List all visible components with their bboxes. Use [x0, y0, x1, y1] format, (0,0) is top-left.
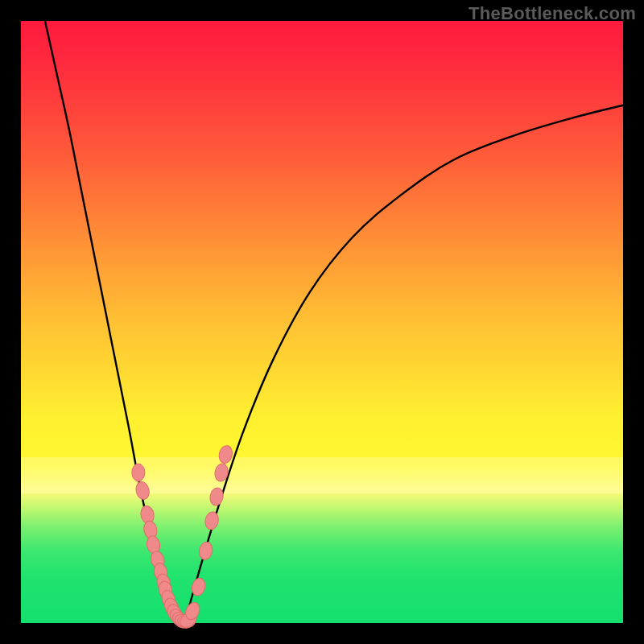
chart-svg [21, 21, 623, 623]
marker-point [208, 487, 225, 507]
marker-point [134, 481, 151, 501]
curve-group [45, 21, 623, 623]
marker-point [217, 444, 234, 464]
marker-group [132, 444, 234, 631]
left-curve [45, 21, 184, 623]
plot-area [21, 21, 623, 623]
marker-point [132, 464, 145, 481]
right-curve [184, 105, 623, 623]
marker-point [198, 541, 214, 561]
marker-point [204, 510, 220, 530]
